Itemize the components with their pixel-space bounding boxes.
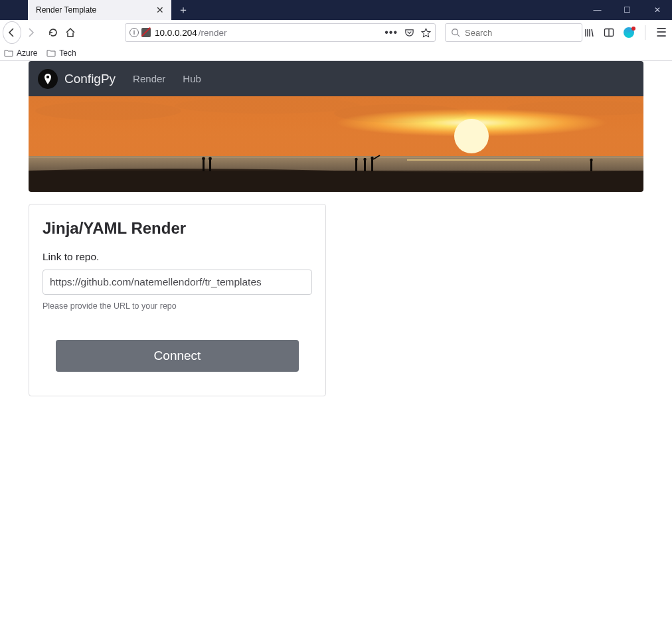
repo-url-input[interactable] [42,270,312,295]
svg-point-2 [46,75,49,78]
svg-point-15 [209,157,212,161]
svg-rect-14 [209,160,211,171]
svg-point-0 [452,29,458,35]
repo-help-text: Please provide the URL to your repo [42,301,312,311]
svg-point-9 [454,119,489,153]
window-controls: — ☐ ✕ [582,0,672,20]
forward-button [23,23,39,42]
svg-point-17 [355,158,357,161]
page-viewport: ConfigPy Render Hub [0,61,672,396]
window-maximize-icon[interactable]: ☐ [612,0,642,20]
bookmark-star-icon[interactable] [421,28,431,38]
render-card: Jinja/YAML Render Link to repo. Please p… [29,204,326,396]
new-tab-button[interactable]: ＋ [171,0,195,20]
nav-link-render[interactable]: Render [133,73,165,84]
window-titlebar: Render Template ✕ ＋ — ☐ ✕ [0,0,672,20]
card-title: Jinja/YAML Render [42,219,312,238]
tab-close-icon[interactable]: ✕ [154,4,166,16]
bookmarks-bar: Azure Tech [0,45,672,61]
url-text[interactable]: 10.0.0.204/render [155,28,380,38]
page-actions-icon[interactable]: ••• [384,27,398,39]
brand-pin-icon [38,69,58,89]
tab-title: Render Template [36,5,96,15]
bookmark-label: Azure [17,48,37,58]
browser-tab[interactable]: Render Template ✕ [28,0,171,20]
svg-rect-22 [590,161,592,171]
library-icon[interactable] [584,27,594,38]
bookmark-folder-tech[interactable]: Tech [46,48,76,58]
home-button[interactable] [62,23,78,42]
svg-rect-18 [364,161,366,171]
hero-image [29,96,643,192]
app-menu-icon[interactable]: ☰ [656,25,667,40]
window-close-icon[interactable]: ✕ [642,0,672,20]
url-path: /render [199,28,227,38]
nav-link-hub[interactable]: Hub [183,73,201,84]
app-navbar: ConfigPy Render Hub [29,61,643,96]
window-minimize-icon[interactable]: — [582,0,612,20]
info-icon[interactable]: i [129,28,139,37]
browser-toolbar: i 10.0.0.204/render ••• ☰ [0,20,672,45]
svg-rect-8 [29,96,643,159]
pocket-icon[interactable] [404,28,414,38]
svg-point-13 [202,157,205,161]
search-box[interactable] [445,23,582,42]
folder-icon [46,49,56,57]
connect-button[interactable]: Connect [56,340,299,372]
svg-point-19 [363,158,366,161]
account-icon[interactable] [624,27,634,38]
url-bar[interactable]: i 10.0.0.204/render ••• [125,23,436,42]
back-button[interactable] [3,21,21,44]
bookmark-folder-azure[interactable]: Azure [4,48,37,58]
site-identity-icons[interactable]: i [129,28,151,37]
url-host: 10.0.0.204 [155,28,197,38]
toolbar-separator [645,25,645,40]
tracking-blocked-icon[interactable] [141,28,151,37]
repo-label: Link to repo. [42,251,312,263]
svg-rect-11 [29,171,643,192]
svg-rect-20 [371,159,373,171]
toolbar-right-icons: ☰ [584,25,669,40]
brand[interactable]: ConfigPy [38,69,116,89]
svg-rect-12 [203,160,205,171]
bookmark-label: Tech [59,48,76,58]
search-icon [451,28,460,37]
search-input[interactable] [465,28,576,38]
svg-point-23 [590,159,592,161]
brand-name: ConfigPy [64,72,116,86]
folder-icon [4,49,13,57]
svg-rect-16 [355,161,357,171]
reload-button[interactable] [45,23,61,42]
sidebar-icon[interactable] [604,27,614,38]
